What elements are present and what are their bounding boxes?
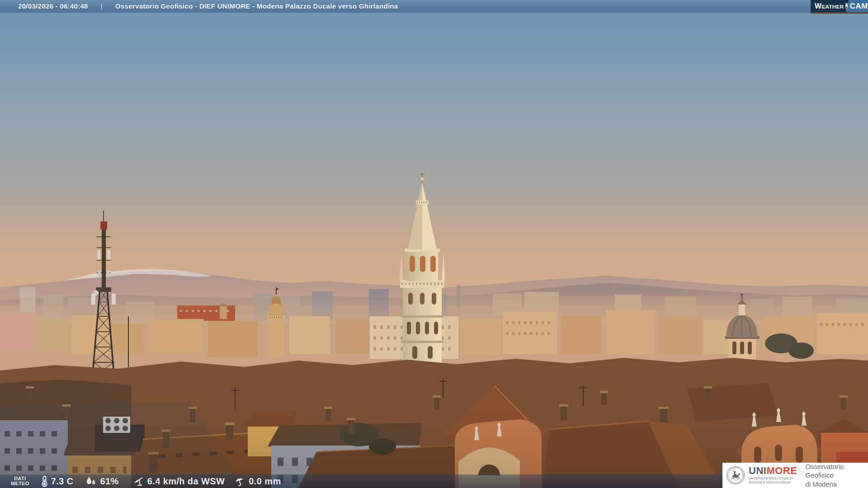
meteo-label: DATI METEO [11, 476, 29, 487]
temperature-value: 7.3 C [51, 476, 74, 487]
humidity-reading: 61% [85, 476, 118, 487]
humidity-value: 61% [100, 476, 118, 487]
page-title: Osservatorio Geofisico - DIEF UNIMORE - … [115, 2, 398, 10]
wind-reading: 6.4 km/h da WSW [132, 476, 225, 487]
unimore-wordmark: UNIMORE UNIVERSITÀ DEGLI STUDI DI MODENA… [749, 466, 797, 485]
unimore-seal: 1175 [726, 465, 745, 486]
wind-value: 6.4 km/h da WSW [147, 476, 225, 487]
header-text: 20/03/2026 - 06:40:48|Osservatorio Geofi… [18, 2, 398, 10]
separator: | [101, 2, 103, 10]
humidity-drops-icon [85, 476, 97, 487]
unimore-subtitle: UNIVERSITÀ DEGLI STUDI DI MODENA E REGGI… [749, 477, 797, 485]
wind-vane-icon [132, 476, 144, 487]
weathercam-logo: WEATHER CAM [811, 0, 868, 14]
camera-lens-icon [845, 3, 847, 9]
tree [788, 343, 814, 359]
webcam-scene [0, 0, 868, 488]
rain-value: 0.0 mm [249, 476, 281, 487]
weathercam-cam-word: CAM [850, 2, 868, 11]
unimore-logo-box: 1175 UNIMORE UNIVERSITÀ DEGLI STUDI DI M… [722, 463, 868, 488]
temperature-reading: 7.3 C [41, 475, 74, 487]
top-bar: 20/03/2026 - 06:40:48|Osservatorio Geofi… [0, 0, 868, 12]
webcam-frame: 20/03/2026 - 06:40:48|Osservatorio Geofi… [0, 0, 868, 488]
umbrella-icon [234, 476, 245, 487]
observatory-name: Osservatorio Geofisico di Modena [805, 462, 868, 488]
seal-year: 1175 [734, 480, 737, 482]
rain-reading: 0.0 mm [234, 476, 281, 487]
datetime-text: 20/03/2026 - 06:40:48 [18, 2, 88, 10]
thermometer-icon [41, 475, 48, 487]
weathercam-word: WEATHER [815, 2, 844, 10]
